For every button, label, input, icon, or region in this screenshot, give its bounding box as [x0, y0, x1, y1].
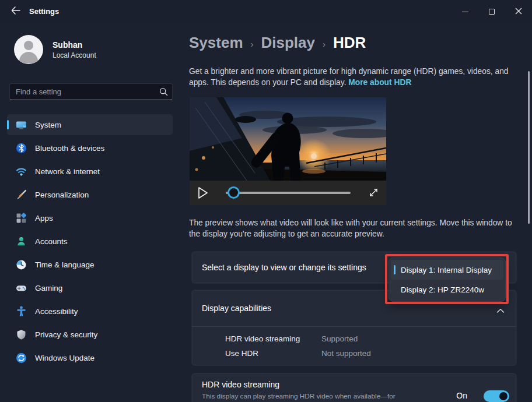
sidebar-item-label: Windows Update	[35, 354, 94, 362]
capability-value: Supported	[321, 334, 358, 343]
dropdown-option-display-1[interactable]: Display 1: Internal Display	[391, 260, 503, 280]
breadcrumb-display[interactable]: Display	[261, 34, 316, 52]
shield-icon	[15, 329, 27, 340]
page-title: HDR	[333, 34, 366, 52]
seek-bar[interactable]	[226, 192, 351, 194]
breadcrumb: System › Display › HDR	[189, 34, 366, 52]
brush-icon	[15, 189, 27, 200]
hdr-streaming-description: This display can play streaming HDR vide…	[202, 392, 453, 400]
sidebar-item-bluetooth-devices[interactable]: Bluetooth & devices	[7, 137, 173, 158]
capability-row: HDR video streaming Supported	[225, 334, 505, 343]
sidebar-item-accounts[interactable]: Accounts	[7, 231, 173, 252]
video-frame	[190, 97, 386, 181]
capability-label: Use HDR	[225, 349, 321, 358]
chevron-up-icon[interactable]	[496, 305, 505, 316]
sidebar-item-windows-update[interactable]: Windows Update	[7, 347, 173, 368]
toggle-state-label: On	[456, 391, 467, 400]
select-display-label: Select a display to view or change its s…	[202, 263, 366, 272]
chevron-right-icon: ›	[251, 37, 254, 49]
sync-arrows-icon	[15, 352, 27, 364]
display-capabilities-title: Display capabilities	[202, 304, 271, 313]
vertical-scrollbar[interactable]	[528, 71, 530, 224]
sidebar-item-time-language[interactable]: Time & language	[7, 254, 173, 275]
apps-grid-icon	[15, 212, 27, 224]
play-button[interactable]	[197, 186, 211, 200]
preview-note: The preview shows what video will look l…	[189, 218, 517, 239]
account-type: Local Account	[52, 51, 96, 59]
sidebar-item-privacy-security[interactable]: Privacy & security	[7, 324, 173, 345]
capability-label: HDR video streaming	[225, 334, 321, 343]
settings-window: Settings Subhan Local Account	[0, 0, 532, 402]
person-icon	[15, 235, 27, 247]
capability-value: Not supported	[321, 349, 371, 358]
sidebar-item-accessibility[interactable]: Accessibility	[7, 301, 173, 322]
hdr-video-preview	[190, 97, 386, 205]
window-title: Settings	[29, 7, 59, 16]
monitor-icon	[15, 119, 27, 131]
hdr-description: Get a brighter and more vibrant picture …	[189, 66, 516, 88]
sidebar-nav: System Bluetooth & devices Network & int…	[7, 114, 173, 371]
avatar	[14, 35, 43, 64]
close-icon	[515, 6, 522, 17]
hdr-video-streaming-card: HDR video streaming This display can pla…	[191, 373, 517, 402]
sidebar-item-system[interactable]: System	[7, 114, 173, 135]
sidebar: Subhan Local Account System	[0, 23, 182, 402]
sidebar-item-gaming[interactable]: Gaming	[7, 277, 173, 298]
video-controls	[190, 181, 386, 205]
sidebar-item-apps[interactable]: Apps	[7, 207, 173, 228]
display-select-dropdown: Display 1: Internal Display Display 2: H…	[388, 258, 506, 302]
sidebar-item-label: System	[35, 121, 61, 129]
sidebar-item-label: Accounts	[35, 237, 68, 246]
maximize-icon	[489, 9, 495, 15]
minimize-button[interactable]	[452, 0, 478, 23]
selected-indicator	[7, 120, 9, 129]
sidebar-item-label: Gaming	[35, 284, 62, 292]
search-icon	[155, 87, 172, 96]
sidebar-item-label: Network & internet	[35, 167, 100, 176]
back-button[interactable]	[6, 3, 26, 20]
chevron-right-icon: ›	[323, 37, 326, 49]
wifi-icon	[15, 165, 27, 177]
capability-row: Use HDR Not supported	[225, 349, 505, 358]
sidebar-item-label: Personalization	[35, 191, 89, 199]
breadcrumb-system[interactable]: System	[189, 34, 243, 52]
fullscreen-icon[interactable]	[368, 187, 379, 198]
minimize-icon	[462, 12, 468, 12]
sidebar-item-label: Bluetooth & devices	[35, 144, 104, 153]
search-input[interactable]	[10, 87, 155, 96]
sidebar-item-personalization[interactable]: Personalization	[7, 184, 173, 205]
bluetooth-icon	[15, 142, 27, 154]
hdr-streaming-toggle[interactable]	[484, 390, 509, 402]
user-name: Subhan	[52, 40, 96, 50]
toggle-knob	[499, 392, 508, 400]
search-box	[9, 83, 173, 100]
sidebar-item-label: Time & language	[35, 260, 94, 269]
divider	[192, 326, 516, 327]
accessibility-icon	[15, 305, 27, 317]
seek-thumb[interactable]	[228, 186, 240, 199]
selected-indicator	[394, 265, 396, 274]
sidebar-item-label: Privacy & security	[35, 330, 97, 339]
sidebar-item-network-internet[interactable]: Network & internet	[7, 161, 173, 182]
clock-icon	[15, 259, 27, 270]
dropdown-option-display-2[interactable]: Display 2: HP ZR2240w	[391, 280, 503, 299]
back-arrow-icon	[11, 6, 20, 17]
close-button[interactable]	[505, 0, 532, 23]
maximize-button[interactable]	[478, 0, 505, 23]
more-about-hdr-link[interactable]: More about HDR	[348, 78, 411, 87]
sidebar-item-label: Apps	[35, 214, 53, 223]
account-profile[interactable]: Subhan Local Account	[14, 35, 96, 64]
hdr-streaming-title: HDR video streaming	[202, 380, 279, 389]
sidebar-item-label: Accessibility	[35, 307, 78, 316]
titlebar: Settings	[0, 0, 532, 23]
gamepad-icon	[15, 282, 27, 294]
